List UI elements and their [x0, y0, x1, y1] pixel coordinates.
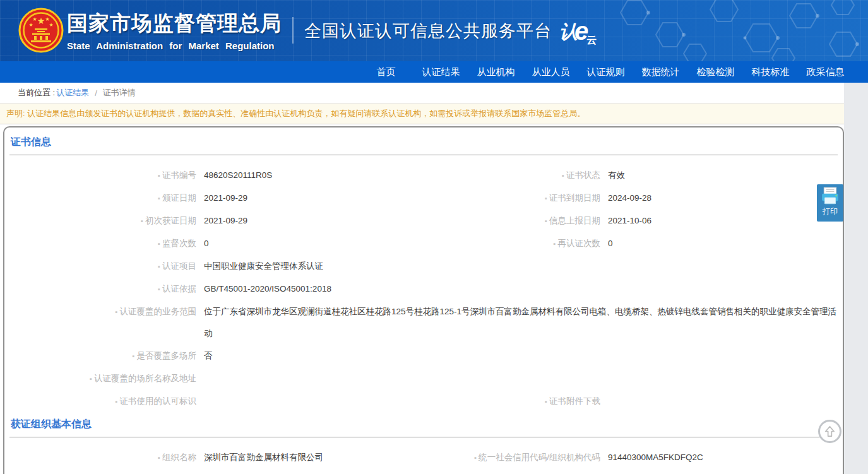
logo-yun: 云 [586, 35, 597, 45]
field-row: 认证依据 GB/T45001-2020/ISO45001:2018 [8, 278, 839, 300]
right-gutter [844, 83, 868, 474]
field-country-region: 所在国别地区 中国 广东省 [8, 469, 412, 474]
nav-item-inspection[interactable]: 检验检测 [688, 66, 743, 78]
svg-text:★: ★ [28, 22, 33, 28]
field-row: 组织名称 深圳市百富勤金属材料有限公司 统一社会信用代码/组织机构代码 9144… [8, 446, 839, 469]
field-recert-count: 再认证次数 0 [412, 232, 839, 255]
field-value: 2021-09-29 [204, 187, 247, 210]
field-label: 证书状态 [412, 164, 600, 187]
field-covered-sites: 认证覆盖的场所名称及地址 [8, 367, 412, 390]
arrow-up-icon [824, 425, 836, 437]
field-cert-project: 认证项目 中国职业健康安全管理体系认证 [8, 255, 412, 278]
main-nav: 首页 认证结果 从业机构 从业人员 认证规则 数据统计 检验检测 科技标准 政采… [0, 61, 868, 83]
hexagon-pattern [597, 0, 868, 61]
nav-item-institutions[interactable]: 从业机构 [468, 66, 523, 78]
field-cert-status: 证书状态 有效 [412, 164, 839, 187]
field-label: 本证书体系覆盖人数 [412, 469, 600, 474]
agency-brand: 国家市场监督管理总局 State Administration for Mark… [67, 9, 282, 51]
field-surveillance-count: 监督次数 0 [8, 232, 412, 255]
nav-item-home[interactable]: 首页 [359, 66, 413, 78]
printer-icon [821, 187, 840, 206]
field-multi-site: 是否覆盖多场所 否 [8, 345, 412, 367]
back-to-top-button[interactable] [818, 420, 841, 443]
field-value: 位于广东省深圳市龙华区观澜街道桂花社区桂花路125号桂花路125-1号深圳市百富… [204, 300, 839, 345]
cert-section-title: 证书信息 [8, 127, 839, 155]
field-label: 所在国别地区 [8, 469, 196, 474]
field-row: 认证覆盖的场所名称及地址 [8, 367, 839, 390]
field-expiry-date: 证书到期日期 2024-09-28 [412, 187, 839, 210]
field-attachment-download: 证书附件下载 [412, 390, 839, 413]
china-national-emblem-icon: ★ ★ ★ ★ ★ [18, 7, 64, 54]
field-label: 认证项目 [8, 255, 196, 278]
field-value: 91440300MA5FKDFQ2C [608, 446, 703, 469]
field-row: 认证项目 中国职业健康安全管理体系认证 [8, 255, 839, 278]
field-value: 48620S20111R0S [204, 164, 272, 187]
agency-name-cn: 国家市场监督管理总局 [67, 9, 282, 38]
field-label: 组织名称 [8, 446, 196, 469]
svg-text:★: ★ [45, 16, 49, 22]
field-first-issue-date: 初次获证日期 2021-09-29 [8, 210, 412, 232]
org-section-title: 获证组织基本信息 [8, 413, 839, 437]
field-covered-people: 本证书体系覆盖人数 4 [412, 469, 839, 474]
field-value: 2024-09-28 [608, 187, 651, 210]
nav-item-statistics[interactable]: 数据统计 [633, 66, 688, 78]
brand-divider [292, 17, 294, 44]
field-value: 有效 [608, 164, 625, 187]
field-value: 深圳市百富勤金属材料有限公司 [204, 446, 323, 469]
svg-text:★: ★ [32, 16, 37, 22]
nav-item-personnel[interactable]: 从业人员 [523, 66, 578, 78]
field-value: 否 [204, 345, 213, 367]
field-cert-scope: 认证覆盖的业务范围 位于广东省深圳市龙华区观澜街道桂花社区桂花路125号桂花路1… [8, 300, 839, 345]
field-label: 初次获证日期 [8, 210, 196, 232]
field-row: 认证覆盖的业务范围 位于广东省深圳市龙华区观澜街道桂花社区桂花路125号桂花路1… [8, 300, 839, 345]
disclaimer-banner: 声明: 认证结果信息由颁发证书的认证机构提供，数据的真实性、准确性由认证机构负责… [0, 104, 844, 124]
field-row: 是否覆盖多场所 否 [8, 345, 839, 367]
breadcrumb-prefix: 当前位置 : [18, 87, 55, 98]
svg-text:★: ★ [37, 16, 45, 26]
platform-title: 全国认证认可信息公共服务平台 [304, 20, 552, 42]
breadcrumb-link-cert-results[interactable]: 认证结果 [56, 87, 89, 98]
field-row: 证书编号 48620S20111R0S 证书状态 有效 [8, 164, 839, 187]
field-value: 中国职业健康安全管理体系认证 [204, 255, 323, 278]
field-label: 再认证次数 [412, 232, 600, 255]
disclaimer-text: 声明: 认证结果信息由颁发证书的认证机构提供，数据的真实性、准确性由认证机构负责… [6, 108, 585, 119]
field-value: 4 [608, 469, 613, 474]
breadcrumb: 当前位置 : 认证结果 / 证书详情 [0, 83, 844, 104]
field-label: 证书编号 [8, 164, 196, 187]
nav-item-tech-standards[interactable]: 科技标准 [743, 66, 798, 78]
field-credit-code: 统一社会信用代码/组织机构代码 91440300MA5FKDFQ2C [412, 446, 839, 469]
field-label: 认证覆盖的场所名称及地址 [8, 367, 196, 390]
nav-item-procurement[interactable]: 政采信息 [798, 66, 853, 78]
cert-rows: 证书编号 48620S20111R0S 证书状态 有效 颁证日期 2021-09… [8, 155, 839, 413]
field-value: 0 [608, 232, 613, 255]
field-label: 认证覆盖的业务范围 [8, 300, 196, 345]
org-rows: 组织名称 深圳市百富勤金属材料有限公司 统一社会信用代码/组织机构代码 9144… [8, 437, 839, 474]
field-label: 证书附件下载 [412, 390, 600, 413]
field-cert-number: 证书编号 48620S20111R0S [8, 164, 412, 187]
field-label: 是否覆盖多场所 [8, 345, 196, 367]
print-button-label: 打印 [823, 206, 838, 217]
field-label: 信息上报日期 [412, 210, 600, 232]
certificate-detail-panel: 证书信息 证书编号 48620S20111R0S 证书状态 有效 颁证日期 20… [3, 126, 844, 474]
field-label: 监督次数 [8, 232, 196, 255]
nav-item-cert-rules[interactable]: 认证规则 [578, 66, 633, 78]
field-org-name: 组织名称 深圳市百富勤金属材料有限公司 [8, 446, 412, 469]
field-value: 2021-09-29 [204, 210, 247, 232]
field-cert-basis: 认证依据 GB/T45001-2020/ISO45001:2018 [8, 278, 412, 300]
site-header: ★ ★ ★ ★ ★ 国家市场监督管理总局 State Administratio… [0, 0, 868, 61]
field-accreditation-mark: 证书使用的认可标识 [8, 390, 412, 413]
svg-text:★: ★ [49, 22, 53, 28]
field-row: 初次获证日期 2021-09-29 信息上报日期 2021-10-06 [8, 210, 839, 232]
print-button[interactable]: 打印 [817, 184, 843, 222]
breadcrumb-current: 证书详情 [103, 87, 136, 98]
field-label: 认证依据 [8, 278, 196, 300]
field-value: 0 [204, 232, 209, 255]
field-label: 证书到期日期 [412, 187, 600, 210]
field-label: 颁证日期 [8, 187, 196, 210]
field-value: 2021-10-06 [608, 210, 651, 232]
field-value: GB/T45001-2020/ISO45001:2018 [204, 278, 331, 300]
field-row: 监督次数 0 再认证次数 0 [8, 232, 839, 255]
field-row: 所在国别地区 中国 广东省 本证书体系覆盖人数 4 [8, 469, 839, 474]
nav-item-cert-results[interactable]: 认证结果 [413, 66, 468, 78]
field-label: 证书使用的认可标识 [8, 390, 196, 413]
